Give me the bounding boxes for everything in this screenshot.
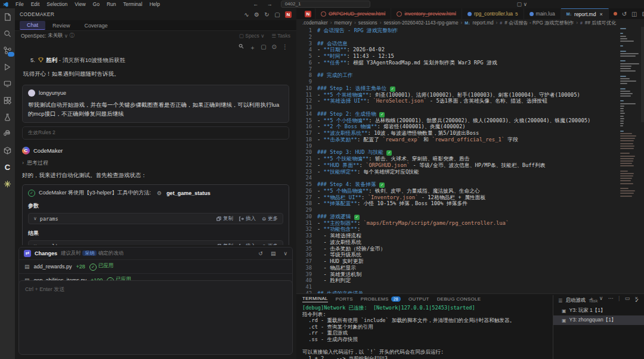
chat-input[interactable] [18,280,293,355]
breadcrumb[interactable]: .codemaker›memory›sessions›session-20260… [296,19,644,27]
menu-item-go[interactable]: Go [89,1,103,7]
breadcrumb-item[interactable]: ## 后续可优化 [585,20,616,26]
menu-item-help[interactable]: Help [146,1,163,7]
window-icon[interactable]: ▢ [274,11,280,18]
terminal-output[interactable]: [debug]Network 已连接: [Network|127.0.0.1|5… [302,305,549,359]
menu-item-file[interactable]: File [12,1,27,7]
code-token: - 12格物品栏 + 属性面板 [418,194,485,200]
breadcrumb-item[interactable]: .codemaker [302,20,328,26]
explorer-icon[interactable] [2,12,13,22]
tasks-button[interactable]: ☰ Tasks [271,33,290,39]
changed-file-row[interactable]: ▤add_rewards.py+28✓已应用 [19,260,292,274]
task-item[interactable]: ▣Y3: 玩家 1【1】 [553,306,644,315]
code-token: - 波次刷怪系统 [317,239,361,245]
chevron-down-icon[interactable]: ∨ [283,250,287,256]
chevron-down-icon[interactable]: ∨ [33,216,37,221]
terminal-tab-problems[interactable]: PROBLEMS28 [361,296,401,302]
panel-tab-chat[interactable]: Chat [20,21,45,30]
titlebar-search-box[interactable]: 0402_1 [281,1,370,8]
line-content [312,66,317,73]
pinned-tab[interactable]: N [296,8,315,19]
adopt-badge[interactable]: 采纳 [82,250,97,256]
editor-tab[interactable]: ORPGHUD_preview.html [315,8,391,19]
code-token: - [317,60,324,66]
task-group-header[interactable]: ☰ 启动游戏 Task ✓ [553,295,644,306]
editor-tab[interactable]: main.lua [524,8,561,19]
breadcrumb-item[interactable]: session-20260402-1143-rpg-game [383,20,458,26]
menu-item-edit[interactable]: Edit [27,1,44,7]
python-icon[interactable] [2,129,13,139]
undo-icon[interactable]: ↺ [258,250,263,256]
info-icon[interactable]: ⓘ [69,32,75,39]
copy-button[interactable]: 复制 [216,215,233,222]
chart-icon[interactable]: ∿ [244,11,249,18]
chat-scroll-area[interactable]: ＋ ▢ ⊙ ⋮ 5. 胜利 - 消灭所有10波怪物后获胜 玩得开心！如果遇到问题… [15,41,296,245]
refresh-icon[interactable]: ↻ [264,11,270,18]
npm-icon[interactable]: N [285,11,292,18]
menu-item-view[interactable]: View [71,1,89,7]
terminal-tab-ports[interactable]: PORTS [336,296,353,302]
new-chat-icon[interactable]: ＋ [249,44,255,52]
package-icon[interactable] [2,146,13,156]
changes-hint: 建议及时 采纳 确定的改动 [61,250,123,257]
terminal-tab-debug-console[interactable]: DEBUG CONSOLE [437,296,481,302]
open-editor-icon[interactable]: ▢ [261,44,266,52]
copy-button[interactable]: 复制 [216,243,233,245]
rules-note[interactable]: 生效Rules 2 [22,126,289,140]
openspec-value[interactable]: 未关联 [48,32,63,39]
search-icon[interactable] [239,44,244,49]
specs-button[interactable]: ▢ Specs ∨ [239,33,265,39]
problems-count-badge: 5 [515,11,518,17]
breadcrumb-item[interactable]: report.md [473,20,494,26]
breadcrumb-item[interactable]: memory [335,20,352,26]
insert-button[interactable]: 插入 [239,215,256,222]
kebab-menu-icon[interactable]: ⋮ [282,44,288,52]
insert-button[interactable]: 插入 [239,243,256,245]
minimap-line [620,156,635,157]
editor-tab[interactable]: M↓report.md× [561,8,609,19]
menu-bar[interactable]: FileEditSelectionViewGoRunTerminalHelp [12,1,163,7]
file-icon[interactable]: ▤ [271,250,276,256]
y3-editor-icon[interactable] [2,45,13,55]
task-item[interactable]: ▣Y3: zhongquan【1】 [553,315,644,325]
testing-icon[interactable] [2,112,13,122]
editor-tab[interactable]: rpg_controller.lua5 [462,8,524,19]
panel-tab-coverage[interactable]: Coverage [78,21,115,30]
more-button[interactable]: ⊖ 更多 [262,215,278,222]
editor-tab[interactable]: inventory_preview.html [391,8,462,19]
gear-icon[interactable]: ⚙ [254,11,259,18]
timeline-icon[interactable]: ↺ [622,11,627,17]
split-editor-icon[interactable]: ◫ [631,11,637,17]
params-row[interactable]: ∨ params 复制 插入 ⊖ 更多 [28,213,283,224]
chevron-down-icon[interactable]: ∨ [33,243,37,245]
run-debug-icon[interactable] [2,62,13,72]
remote-explorer-icon[interactable] [2,79,13,89]
panel-tab-review[interactable]: Review [45,21,78,30]
layout-customize-icon[interactable]: ▢ ∨ [516,1,527,7]
code-token: **时间** [324,53,347,59]
extensions-icon[interactable] [2,95,13,106]
minimap[interactable] [620,28,640,198]
code-editor[interactable]: 1# 会话报告 - RPG 游戏完整制作23## 会话信息4- **日期**: … [296,27,644,302]
history-nav-arrows[interactable]: ← → [253,1,276,7]
spark-icon[interactable] [2,179,13,189]
menu-item-run[interactable]: Run [103,1,120,7]
vscode-logo [3,2,8,7]
editor-scrollbar[interactable] [641,27,644,122]
breadcrumb-item[interactable]: # 会话报告 - RPG 游戏完整制作 [504,20,574,26]
terminal-tab-output[interactable]: OUTPUT [408,296,429,302]
codemaker-activity-icon[interactable]: C [2,162,13,172]
menu-item-selection[interactable]: Selection [43,1,71,7]
more-button[interactable]: ⊖ 更多 [262,243,278,245]
minimap-line [620,193,634,194]
close-icon[interactable]: × [599,11,602,17]
thinking-toggle[interactable]: ›思考过程 [22,159,289,167]
search-icon[interactable] [2,29,13,39]
chevron-down-icon[interactable]: ∨ [64,33,68,39]
layout-columns-icon[interactable]: ⊞ [642,11,644,17]
terminal-tab-terminal[interactable]: TERMINAL [302,296,328,302]
history-icon[interactable]: ⊙ [272,44,277,52]
menu-item-terminal[interactable]: Terminal [120,1,146,7]
result-row[interactable]: ∨ result 复制 插入 ⊖ 更多 [28,240,283,245]
breadcrumb-item[interactable]: sessions [358,20,377,26]
